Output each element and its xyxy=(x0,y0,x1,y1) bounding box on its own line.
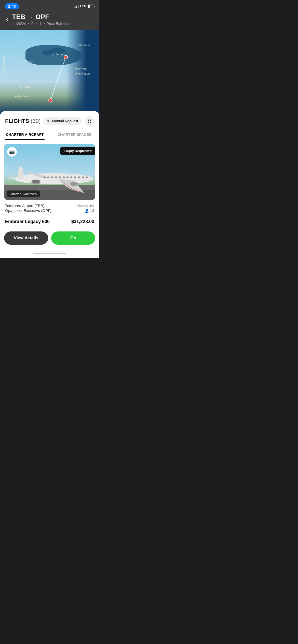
flights-count: (30) xyxy=(31,118,40,124)
svg-rect-5 xyxy=(55,177,57,178)
tabs-row: CHARTER AIRCRAFT CHARTER SPACES xyxy=(0,129,99,140)
aircraft-type: Heavy Jet xyxy=(77,203,94,208)
aircraft-image: 📷 Empty Requested Charter Availability xyxy=(4,144,95,200)
flight-card: 📷 Empty Requested Charter Availability T… xyxy=(4,144,95,230)
svg-rect-13 xyxy=(86,177,88,178)
home-bar xyxy=(33,253,66,254)
flight-date: 11/28/24 xyxy=(12,22,26,26)
view-details-button[interactable]: View details xyxy=(4,231,48,245)
pax-count: Pax: 1 xyxy=(31,22,42,26)
destination-code: OPF xyxy=(35,13,49,21)
svg-point-1 xyxy=(14,173,93,184)
svg-point-18 xyxy=(61,186,66,189)
airports-row2: Opa-locka Executive (OPF) 👤 13 xyxy=(5,208,94,213)
svg-rect-11 xyxy=(78,177,80,178)
filter-icon xyxy=(88,120,91,123)
svg-point-16 xyxy=(70,182,78,186)
map-view: GREAT PLAINS Chicago Montréal Toronto Ne… xyxy=(0,30,99,116)
origin-pin xyxy=(64,55,68,59)
svg-rect-6 xyxy=(59,177,61,178)
destination-pin xyxy=(48,98,52,103)
svg-rect-12 xyxy=(82,177,84,178)
origin-airport: Teterboro Airport (TEB) xyxy=(5,203,44,208)
camera-icon: 📷 xyxy=(9,149,15,155)
svg-rect-9 xyxy=(70,177,72,178)
destination-airport: Opa-locka Executive (OPF) xyxy=(5,208,52,213)
svg-rect-2 xyxy=(44,177,46,178)
divider xyxy=(5,216,94,216)
tab-charter-spaces[interactable]: CHARTER SPACES xyxy=(50,129,99,140)
back-button[interactable]: ‹ xyxy=(5,15,9,24)
person-icon: 👤 xyxy=(85,209,89,213)
go-button[interactable]: Go xyxy=(51,231,95,245)
header-meta: 11/28/24 • Pax: 1 • Price Estimates xyxy=(12,22,71,26)
signal-icon xyxy=(74,5,78,8)
battery-icon xyxy=(88,5,94,8)
price-estimates-label: Price Estimates xyxy=(47,22,71,26)
svg-point-22 xyxy=(91,186,95,188)
bottom-sheet: FLIGHTS (30) ✈ Manual Request CHARTER AI… xyxy=(0,111,99,258)
status-bar: 2:43 LTE xyxy=(0,0,99,11)
empty-requested-badge: Empty Requested xyxy=(60,147,95,155)
plane-icon: ✈ xyxy=(47,119,50,123)
time-display: 2:43 xyxy=(5,3,19,9)
flights-title: FLIGHTS (30) xyxy=(5,118,40,124)
filter-button[interactable] xyxy=(85,116,94,126)
svg-rect-3 xyxy=(47,177,49,178)
lte-label: LTE xyxy=(80,4,86,8)
manual-request-button[interactable]: ✈ Manual Request xyxy=(44,117,82,125)
price-display: $31,228.00 xyxy=(71,219,94,224)
flight-info: Teterboro Airport (TEB) Heavy Jet Opa-lo… xyxy=(4,200,95,230)
aircraft-model-name: Embraer Legacy 600 xyxy=(5,219,50,224)
pax-info: 👤 13 xyxy=(85,208,94,213)
svg-point-20 xyxy=(41,186,46,189)
charter-availability-badge: Charter Availability xyxy=(7,191,40,197)
route-display: TEB → OPF xyxy=(12,13,71,21)
route-arrow-icon: → xyxy=(28,14,33,20)
page-header: ‹ TEB → OPF 11/28/24 • Pax: 1 • Price Es… xyxy=(0,11,99,30)
origin-code: TEB xyxy=(12,13,25,21)
svg-point-15 xyxy=(32,180,40,183)
svg-rect-10 xyxy=(74,177,76,178)
home-indicator xyxy=(0,251,99,258)
status-icons: LTE xyxy=(74,4,94,8)
aircraft-price-row: Embraer Legacy 600 $31,228.00 xyxy=(5,219,94,228)
svg-line-0 xyxy=(50,57,66,100)
svg-rect-7 xyxy=(63,177,65,178)
header-info: TEB → OPF 11/28/24 • Pax: 1 • Price Esti… xyxy=(12,13,71,26)
flights-header: FLIGHTS (30) ✈ Manual Request xyxy=(0,111,99,129)
route-line xyxy=(0,30,99,116)
action-buttons: View details Go xyxy=(4,231,95,245)
svg-rect-8 xyxy=(66,177,69,178)
aircraft-svg xyxy=(4,160,95,193)
pax-number: 13 xyxy=(90,208,94,213)
airports-row1: Teterboro Airport (TEB) Heavy Jet xyxy=(5,203,94,208)
svg-rect-4 xyxy=(51,177,53,178)
tab-charter-aircraft[interactable]: CHARTER AIRCRAFT xyxy=(0,129,50,140)
camera-badge[interactable]: 📷 xyxy=(7,147,17,157)
